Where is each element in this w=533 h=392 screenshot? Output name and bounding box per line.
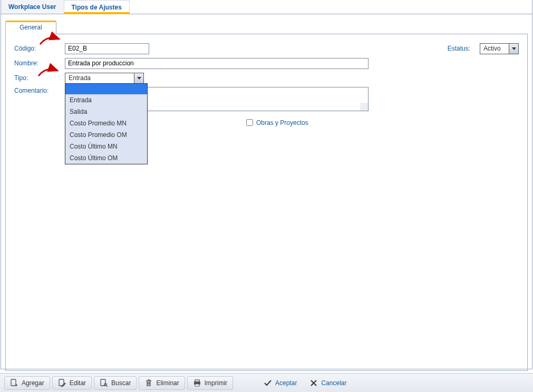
imprimir-button[interactable]: Imprimir (187, 376, 233, 390)
bottom-toolbar: Agregar Editar Buscar Eliminar Imprimir … (0, 373, 533, 392)
chevron-down-icon (509, 44, 518, 54)
trash-icon (144, 379, 153, 387)
cancelar-label: Cancelar (321, 379, 346, 387)
label-nombre: Nombre: (14, 60, 65, 67)
editar-label: Editar (70, 379, 86, 387)
eliminar-button[interactable]: Eliminar (139, 376, 185, 390)
tipo-option-costo-ultimo-om[interactable]: Costo Último OM (65, 152, 147, 164)
tipo-option-salida[interactable]: Salida (65, 106, 147, 117)
tab-workplace-user[interactable]: Workplace User (1, 0, 64, 14)
codigo-input[interactable] (65, 43, 149, 54)
edit-page-icon (58, 379, 66, 387)
printer-icon (193, 379, 201, 387)
svg-rect-6 (195, 384, 199, 386)
tab-general[interactable]: General (5, 21, 56, 34)
inner-tabbar: General (5, 21, 528, 34)
tipo-select[interactable]: Entrada (65, 73, 144, 84)
agregar-label: Agregar (22, 379, 44, 387)
svg-rect-5 (195, 380, 199, 382)
svg-rect-2 (101, 379, 105, 386)
label-estatus: Estatus: (448, 45, 470, 52)
label-obras-proyectos: Obras y Proyectos (256, 119, 308, 126)
buscar-label: Buscar (111, 379, 131, 387)
checkmark-icon (264, 379, 272, 387)
tipo-option-costo-promedio-om[interactable]: Costo Promedio OM (65, 129, 147, 141)
buscar-button[interactable]: Buscar (94, 376, 137, 390)
imprimir-label: Imprimir (205, 379, 227, 387)
svg-rect-0 (11, 379, 16, 386)
aceptar-label: Aceptar (275, 379, 297, 387)
tipo-option-entrada[interactable]: Entrada (65, 94, 147, 106)
content-area: General Código: Estatus: Activo (1, 14, 532, 371)
tipo-dropdown-list[interactable]: Entrada Salida Costo Promedio MN Costo P… (65, 83, 148, 164)
tipo-option-blank[interactable] (65, 84, 147, 94)
tipo-option-costo-promedio-mn[interactable]: Costo Promedio MN (65, 117, 147, 129)
tab-tipos-de-ajustes[interactable]: Tipos de Ajustes (64, 0, 130, 14)
eliminar-label: Eliminar (156, 379, 179, 387)
main-window: Workplace User Tipos de Ajustes General … (1, 0, 532, 369)
form-panel: Código: Estatus: Activo Nombre: (5, 34, 528, 371)
obras-proyectos-checkbox[interactable] (246, 119, 253, 126)
close-icon (309, 379, 318, 387)
tipo-value: Entrada (65, 73, 134, 83)
estatus-value: Activo (480, 44, 509, 53)
agregar-button[interactable]: Agregar (4, 376, 50, 390)
aceptar-button[interactable]: Aceptar (258, 377, 302, 389)
label-tipo: Tipo: (14, 74, 65, 82)
editar-button[interactable]: Editar (52, 376, 92, 390)
add-page-icon (10, 379, 18, 387)
cancelar-button[interactable]: Cancelar (304, 377, 352, 389)
tipo-option-costo-ultimo-mn[interactable]: Costo Último MN (65, 141, 147, 152)
top-tabbar: Workplace User Tipos de Ajustes (1, 0, 532, 14)
nombre-input[interactable] (65, 58, 369, 69)
label-codigo: Código: (14, 45, 65, 52)
chevron-down-icon (134, 73, 143, 83)
label-comentario: Comentario: (14, 87, 65, 94)
estatus-select[interactable]: Activo (480, 43, 519, 54)
search-page-icon (100, 379, 108, 387)
